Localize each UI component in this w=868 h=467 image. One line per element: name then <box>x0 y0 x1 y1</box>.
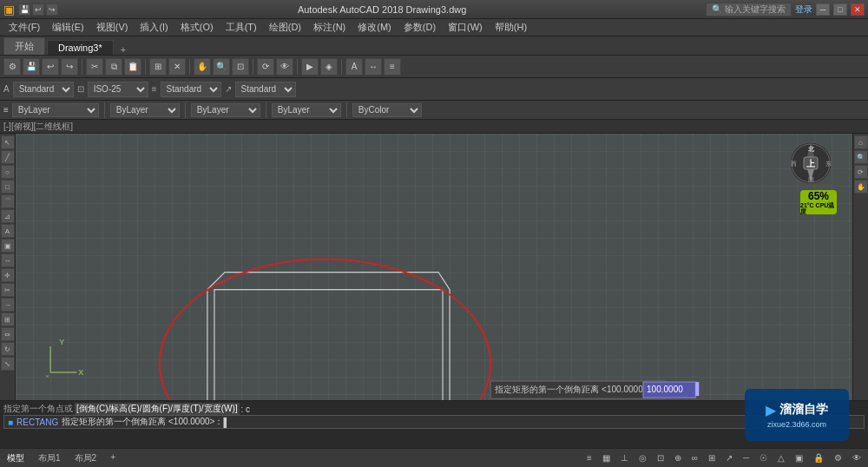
lineweight-dropdown[interactable]: ByLayer <box>272 103 341 117</box>
tool-move[interactable]: ✛ <box>1 268 15 282</box>
tb-match[interactable]: ⊞ <box>149 58 167 76</box>
menu-modify[interactable]: 修改(M) <box>352 20 397 35</box>
menu-param[interactable]: 参数(D) <box>398 20 441 35</box>
tool-offset[interactable]: ⊞ <box>1 312 15 326</box>
tb-workspaces[interactable]: ⚙ <box>3 58 21 76</box>
tb-paste[interactable]: 📋 <box>124 58 141 76</box>
tb-dim[interactable]: ↔ <box>365 58 382 76</box>
tool-dim[interactable]: ↔ <box>1 253 15 267</box>
tool-circle[interactable]: ○ <box>1 165 15 179</box>
menu-dimension[interactable]: 标注(N) <box>308 20 351 35</box>
tb-layer[interactable]: ≡ <box>384 58 401 76</box>
login-btn[interactable]: 登录 <box>795 3 812 16</box>
table-style-dropdown[interactable]: Standard <box>161 82 221 97</box>
menu-edit[interactable]: 编辑(E) <box>47 20 89 35</box>
close-btn[interactable]: ✕ <box>851 3 865 16</box>
search-box[interactable]: 🔍 输入关键字搜索 <box>706 3 792 16</box>
layer-dropdown[interactable]: ByLayer <box>12 103 99 117</box>
menu-file[interactable]: 文件(F) <box>3 20 45 35</box>
nav-orbit[interactable]: ⟳ <box>854 165 868 179</box>
tool-select[interactable]: ↖ <box>1 135 15 149</box>
status-hw[interactable]: ⚙ <box>831 453 845 463</box>
status-tp[interactable]: ☉ <box>756 453 771 463</box>
tb-material[interactable]: ◈ <box>320 58 338 76</box>
menu-tools[interactable]: 工具(T) <box>220 20 262 35</box>
tool-text[interactable]: A <box>1 224 15 238</box>
status-sc[interactable]: ▣ <box>792 453 806 463</box>
status-qp[interactable]: △ <box>774 453 788 463</box>
status-ortho[interactable]: ⊥ <box>617 453 632 463</box>
tool-trim[interactable]: ✂ <box>1 283 15 297</box>
tb-save[interactable]: 💾 <box>23 58 40 76</box>
nav-home[interactable]: ⌂ <box>854 135 868 149</box>
tb-pan[interactable]: ✋ <box>194 58 211 76</box>
tb-undo[interactable]: ↩ <box>42 58 59 76</box>
status-osnap[interactable]: ⊡ <box>654 453 667 463</box>
title-bar: ▣ 💾 ↩ ↪ Autodesk AutoCAD 2018 Drawing3.d… <box>0 0 868 19</box>
status-dyn[interactable]: ↗ <box>722 453 736 463</box>
toolbar-2: A Standard ⊡ ISO-25 ≡ Standard ↗ Standar… <box>0 78 868 101</box>
undo-btn[interactable]: ↩ <box>32 3 44 16</box>
tb-cut[interactable]: ✂ <box>86 58 103 76</box>
tb-zoom-all[interactable]: ⊡ <box>232 58 249 76</box>
tb-zoom-in[interactable]: 🔍 <box>213 58 230 76</box>
tb-redo[interactable]: ↪ <box>61 58 78 76</box>
status-isolation[interactable]: 👁 <box>849 453 865 463</box>
nav-zoom[interactable]: 🔍 <box>854 150 868 164</box>
tab-start[interactable]: 开始 <box>3 37 45 55</box>
status-lw[interactable]: ─ <box>740 453 753 463</box>
new-tab-btn[interactable]: + <box>115 44 131 55</box>
menu-format[interactable]: 格式(O) <box>175 20 219 35</box>
linetype-dropdown[interactable]: ByLayer <box>191 103 260 117</box>
cmd-cursor: ▌ <box>223 418 229 427</box>
view-info: [-][俯视][二维线框] <box>3 121 73 133</box>
window-title: Autodesk AutoCAD 2018 Drawing3.dwg <box>58 4 706 15</box>
tab-drawing3[interactable]: Drawing3* <box>47 40 114 55</box>
status-layout2[interactable]: 布局2 <box>71 452 101 464</box>
tool-extend[interactable]: → <box>1 298 15 312</box>
tb-view[interactable]: 👁 <box>276 58 293 76</box>
status-lock[interactable]: 🔒 <box>810 453 827 463</box>
svg-text:北: 北 <box>807 145 815 152</box>
menu-draw[interactable]: 绘图(D) <box>264 20 306 35</box>
tool-scale[interactable]: ⤡ <box>1 357 15 371</box>
layer-bar: [-][俯视][二维线框] <box>0 120 868 134</box>
tb-delete[interactable]: ✕ <box>168 58 186 76</box>
menu-help[interactable]: 帮助(H) <box>490 20 532 35</box>
status-layout1[interactable]: 布局1 <box>35 452 64 464</box>
tool-polyline[interactable]: ⊿ <box>1 209 15 223</box>
tool-rotate[interactable]: ↻ <box>1 342 15 356</box>
status-model[interactable]: 模型 <box>3 452 28 464</box>
tool-arc[interactable]: ⌒ <box>1 194 15 208</box>
menu-view[interactable]: 视图(V) <box>91 20 134 35</box>
dim-style-dropdown[interactable]: ISO-25 <box>88 82 148 97</box>
status-3dosnap[interactable]: ⊕ <box>671 453 685 463</box>
plotstyle-dropdown[interactable]: ByColor <box>352 103 422 117</box>
minimize-btn[interactable]: ─ <box>816 3 830 16</box>
nav-pan[interactable]: ✋ <box>854 180 868 194</box>
redo-btn[interactable]: ↪ <box>46 3 58 16</box>
menu-insert[interactable]: 插入(I) <box>135 20 173 35</box>
tool-hatch[interactable]: ▣ <box>1 239 15 253</box>
status-polar[interactable]: ◎ <box>635 453 650 463</box>
menu-window[interactable]: 窗口(W) <box>443 20 488 35</box>
drawing-canvas[interactable]: 指定矩形的第一个倒角距离 <100.0000>： 100.0000 Y X × <box>16 134 852 400</box>
status-add-layout[interactable]: + <box>107 452 119 464</box>
tool-line[interactable]: ╱ <box>1 150 15 164</box>
tool-mirror[interactable]: ⇔ <box>1 327 15 341</box>
tool-rect[interactable]: □ <box>1 180 15 194</box>
tb-annotate[interactable]: A <box>345 58 363 76</box>
status-otrack[interactable]: ∞ <box>688 453 701 463</box>
color-dropdown[interactable]: ByLayer <box>110 103 180 117</box>
maximize-btn[interactable]: □ <box>833 3 847 16</box>
tb-render[interactable]: ▶ <box>301 58 319 76</box>
save-btn[interactable]: 💾 <box>18 3 30 16</box>
status-ducs[interactable]: ⊞ <box>705 453 719 463</box>
cmd-input-line[interactable]: ■ RECTANG 指定矩形的第一个倒角距离 <100.0000>： ▌ <box>3 415 865 429</box>
text-style-dropdown[interactable]: Standard <box>13 82 74 97</box>
tb-copy[interactable]: ⧉ <box>105 58 122 76</box>
status-grid[interactable]: ▦ <box>599 453 614 463</box>
status-snap[interactable]: ≡ <box>583 453 595 463</box>
tb-orbit[interactable]: ⟳ <box>257 58 274 76</box>
multileader-style-dropdown[interactable]: Standard <box>235 82 296 97</box>
